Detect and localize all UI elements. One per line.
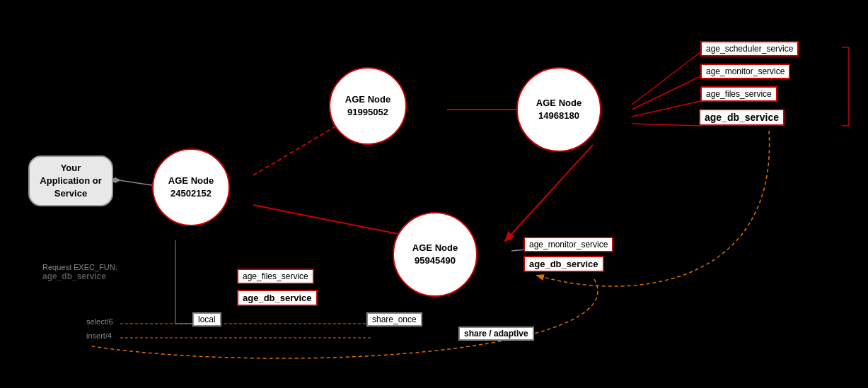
diagram: Your Application or Service AGE Node2450… (0, 0, 868, 388)
request-label: Request EXEC_FUN: age_db_service (42, 263, 117, 281)
line-node3-monitor (632, 76, 700, 110)
insert4-label: insert/4 (86, 331, 112, 340)
node-91995052-label: AGE Node91995052 (345, 93, 390, 118)
select6-label: select/6 (86, 317, 113, 326)
service-age-scheduler-service: age_scheduler_service (700, 41, 799, 57)
local-box: local (192, 312, 221, 327)
node-14968180: AGE Node14968180 (516, 67, 601, 152)
node-91995052: AGE Node91995052 (329, 67, 407, 145)
app-node-label: Your Application or Service (40, 162, 101, 201)
share-once-box: share_once (366, 312, 422, 327)
node-24502152: AGE Node24502152 (152, 148, 230, 226)
line-node3-files (632, 101, 700, 117)
line-node3-sched (632, 52, 700, 105)
node-95945490: AGE Node95945490 (393, 212, 478, 297)
line-node3-db (632, 124, 700, 126)
share-adaptive-box: share / adaptive (458, 327, 534, 341)
service-age-monitor-service-top: age_monitor_service (700, 64, 790, 79)
service-age-db-service-top: age_db_service (699, 109, 785, 126)
service-age-files-service-node1: age_files_service (237, 269, 314, 284)
orange-dashed-long (92, 279, 598, 358)
arrow-node3-node4 (506, 145, 593, 240)
service-age-monitor-service-node4: age_monitor_service (523, 237, 613, 252)
service-age-db-service-node1: age_db_service (237, 290, 318, 306)
node-95945490-label: AGE Node95945490 (412, 242, 458, 266)
arrows-svg (0, 0, 868, 388)
service-age-files-service-top: age_files_service (700, 86, 777, 102)
service-age-db-service-node4: age_db_service (523, 256, 604, 272)
node-14968180-label: AGE Node14968180 (536, 97, 581, 122)
node-24502152-label: AGE Node24502152 (168, 175, 214, 199)
app-node: Your Application or Service (28, 155, 113, 206)
